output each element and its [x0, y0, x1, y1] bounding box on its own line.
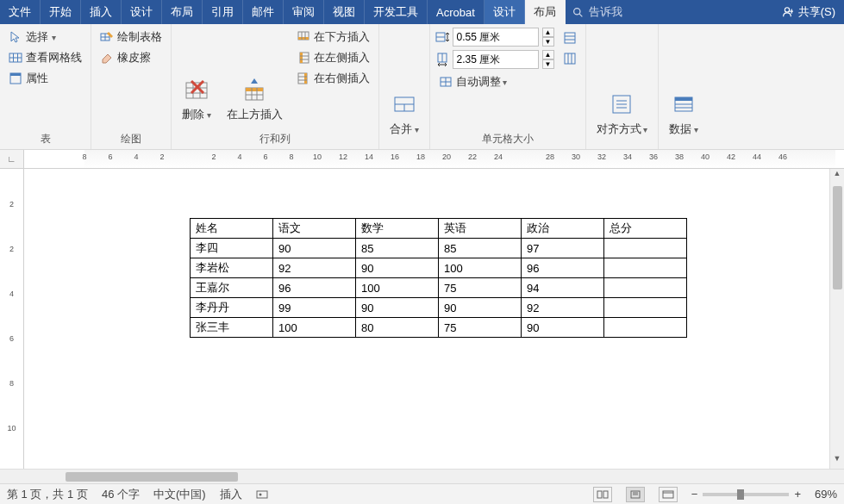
table-cell[interactable]: 99	[273, 298, 356, 318]
insert-left-button[interactable]: 在左侧插入	[293, 48, 373, 67]
properties-button[interactable]: 属性	[5, 69, 85, 88]
menu-tab-文件[interactable]: 文件	[0, 0, 41, 24]
row-height-input[interactable]	[453, 28, 539, 47]
tell-me-search[interactable]: 告诉我	[566, 0, 629, 24]
zoom-level[interactable]: 69%	[815, 488, 837, 501]
table-header-cell[interactable]: 语文	[273, 219, 356, 239]
eraser-button[interactable]: 橡皮擦	[97, 48, 166, 67]
menu-tab-视图[interactable]: 视图	[324, 0, 365, 24]
table-cell[interactable]: 97	[522, 239, 604, 258]
table-cell[interactable]: 96	[522, 258, 604, 278]
read-mode-button[interactable]	[593, 487, 612, 502]
web-layout-button[interactable]	[659, 487, 678, 502]
group-data: 数据	[659, 24, 709, 149]
vertical-ruler[interactable]: 224681012	[0, 169, 24, 469]
table-header-row[interactable]: 姓名语文数学英语政治总分	[191, 219, 687, 239]
zoom-out-button[interactable]: −	[691, 488, 698, 501]
canvas-area[interactable]: 姓名语文数学英语政治总分李四90858597李岩松929010096王嘉尔961…	[24, 169, 829, 469]
zoom-in-button[interactable]: +	[794, 488, 801, 501]
distribute-cols-button[interactable]	[560, 50, 580, 67]
height-down[interactable]: ▼	[542, 37, 554, 47]
menu-tab-开始[interactable]: 开始	[41, 0, 81, 24]
table-cell[interactable]: 李四	[191, 239, 273, 258]
table-header-cell[interactable]: 姓名	[191, 219, 273, 239]
table-cell[interactable]: 李岩松	[191, 258, 273, 278]
insert-right-button[interactable]: 在右侧插入	[293, 69, 373, 88]
table-cell[interactable]: 90	[356, 258, 439, 278]
language-status[interactable]: 中文(中国)	[153, 487, 206, 502]
macro-icon[interactable]	[256, 488, 268, 501]
view-gridlines-button[interactable]: 查看网格线	[5, 48, 85, 67]
table-cell[interactable]: 85	[356, 239, 439, 258]
table-cell[interactable]	[604, 278, 687, 298]
merge-button[interactable]: 合并	[384, 28, 424, 140]
context-tab-布局[interactable]: 布局	[525, 0, 566, 24]
print-layout-button[interactable]	[626, 487, 645, 502]
width-down[interactable]: ▼	[542, 59, 554, 69]
menu-tab-引用[interactable]: 引用	[203, 0, 243, 24]
table-row[interactable]: 王嘉尔961007594	[191, 278, 687, 298]
table-cell[interactable]: 90	[522, 318, 604, 338]
insert-above-button[interactable]: 在上方插入	[222, 28, 288, 126]
group-cellsize: ▲▼ ▲▼ 自动调整 单元格大小	[430, 24, 586, 149]
table-header-cell[interactable]: 总分	[604, 219, 687, 239]
table-cell[interactable]	[604, 318, 687, 338]
context-tab-设计[interactable]: 设计	[485, 0, 525, 24]
table-cell[interactable]	[604, 298, 687, 318]
table-cell[interactable]: 96	[273, 278, 356, 298]
scrollbar-thumb[interactable]	[833, 186, 842, 289]
menu-tab-插入[interactable]: 插入	[81, 0, 122, 24]
menu-tab-开发工具[interactable]: 开发工具	[365, 0, 428, 24]
autofit-button[interactable]: 自动调整	[435, 72, 554, 91]
menu-tab-审阅[interactable]: 审阅	[284, 0, 324, 24]
vertical-scrollbar[interactable]: ▲ ▼	[829, 169, 844, 469]
share-button[interactable]: 共享(S)	[772, 0, 844, 24]
insert-below-button[interactable]: 在下方插入	[293, 28, 373, 47]
table-cell[interactable]: 100	[356, 278, 439, 298]
menu-tab-邮件[interactable]: 邮件	[243, 0, 284, 24]
page-status[interactable]: 第 1 页，共 1 页	[7, 487, 88, 502]
horizontal-scrollbar[interactable]	[0, 469, 844, 483]
width-up[interactable]: ▲	[542, 50, 554, 59]
horizontal-ruler[interactable]: 8642246810121416182022242830323436384042…	[24, 150, 844, 168]
zoom-slider[interactable]: − +	[691, 488, 801, 501]
table-cell[interactable]: 100	[439, 258, 522, 278]
col-width-input[interactable]	[453, 50, 539, 69]
table-header-cell[interactable]: 英语	[439, 219, 522, 239]
draw-table-button[interactable]: 绘制表格	[97, 28, 166, 47]
table-cell[interactable]: 90	[439, 298, 522, 318]
table-row[interactable]: 李丹丹99909092	[191, 298, 687, 318]
alignment-button[interactable]: 对齐方式	[591, 28, 653, 140]
insert-mode[interactable]: 插入	[220, 487, 242, 502]
menu-tab-设计[interactable]: 设计	[122, 0, 162, 24]
table-row[interactable]: 张三丰100807590	[191, 318, 687, 338]
select-button[interactable]: 选择 ▾	[5, 28, 85, 47]
table-cell[interactable]: 85	[439, 239, 522, 258]
height-up[interactable]: ▲	[542, 28, 554, 37]
menu-tab-Acrobat[interactable]: Acrobat	[428, 0, 485, 24]
table-cell[interactable]: 75	[439, 278, 522, 298]
table-cell[interactable]: 张三丰	[191, 318, 273, 338]
table-header-cell[interactable]: 数学	[356, 219, 439, 239]
table-cell[interactable]: 92	[273, 258, 356, 278]
data-button[interactable]: 数据	[664, 28, 703, 140]
table-cell[interactable]: 94	[522, 278, 604, 298]
table-cell[interactable]	[604, 239, 687, 258]
delete-button[interactable]: 删除	[177, 28, 216, 126]
word-count[interactable]: 46 个字	[102, 487, 140, 502]
table-cell[interactable]: 90	[273, 239, 356, 258]
document-table[interactable]: 姓名语文数学英语政治总分李四90858597李岩松929010096王嘉尔961…	[190, 218, 687, 338]
table-cell[interactable]: 90	[356, 298, 439, 318]
table-cell[interactable]: 92	[522, 298, 604, 318]
distribute-rows-button[interactable]	[560, 29, 580, 47]
table-cell[interactable]: 80	[356, 318, 439, 338]
table-cell[interactable]: 王嘉尔	[191, 278, 273, 298]
table-cell[interactable]: 75	[439, 318, 522, 338]
table-cell[interactable]: 100	[273, 318, 356, 338]
table-row[interactable]: 李岩松929010096	[191, 258, 687, 278]
table-row[interactable]: 李四90858597	[191, 239, 687, 258]
table-cell[interactable]: 李丹丹	[191, 298, 273, 318]
table-cell[interactable]	[604, 258, 687, 278]
menu-tab-布局[interactable]: 布局	[162, 0, 203, 24]
table-header-cell[interactable]: 政治	[522, 219, 604, 239]
